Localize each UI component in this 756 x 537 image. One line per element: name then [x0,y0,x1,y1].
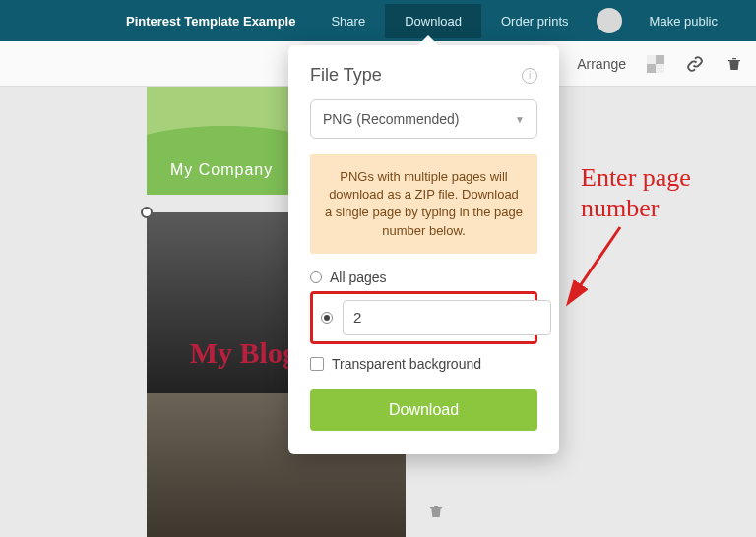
zip-notice: PNGs with multiple pages will download a… [310,154,537,254]
transparent-bg-row[interactable]: Transparent background [310,356,537,372]
filetype-selected-label: PNG (Recommended) [323,111,460,127]
transparent-bg-label: Transparent background [332,356,481,372]
popover-heading: File Type i [310,65,537,86]
transparency-icon[interactable] [646,54,665,74]
trash-icon[interactable] [724,54,744,74]
all-pages-label: All pages [330,269,387,285]
download-tab[interactable]: Download [385,4,481,38]
svg-rect-2 [656,64,664,73]
page-number-input[interactable] [343,300,551,335]
page-number-highlight [310,291,537,344]
order-prints-button[interactable]: Order prints [481,4,589,38]
download-button[interactable]: Download [310,389,537,431]
info-icon[interactable]: i [522,68,537,84]
annotation-text: Enter page number [581,162,756,223]
filetype-select[interactable]: PNG (Recommended) ▼ [310,99,537,139]
page-trash-icon[interactable] [428,503,444,524]
transparent-bg-checkbox[interactable] [310,357,324,371]
selection-handle[interactable] [141,207,153,218]
avatar[interactable] [597,8,622,33]
all-pages-radio[interactable] [310,271,322,283]
page-number-radio[interactable] [321,312,333,324]
make-public-button[interactable]: Make public [630,4,737,38]
chevron-down-icon: ▼ [515,114,525,125]
link-icon[interactable] [685,54,705,74]
popover-heading-text: File Type [310,65,382,86]
svg-rect-1 [647,55,656,64]
thumbnail-1-text: My Company [170,161,273,179]
arrange-button[interactable]: Arrange [577,56,626,72]
download-popover: File Type i PNG (Recommended) ▼ PNGs wit… [288,45,559,454]
all-pages-radio-row[interactable]: All pages [310,269,537,285]
document-title: Pinterest Template Example [126,14,295,29]
share-button[interactable]: Share [311,4,385,38]
top-bar: Pinterest Template Example Share Downloa… [0,0,756,41]
